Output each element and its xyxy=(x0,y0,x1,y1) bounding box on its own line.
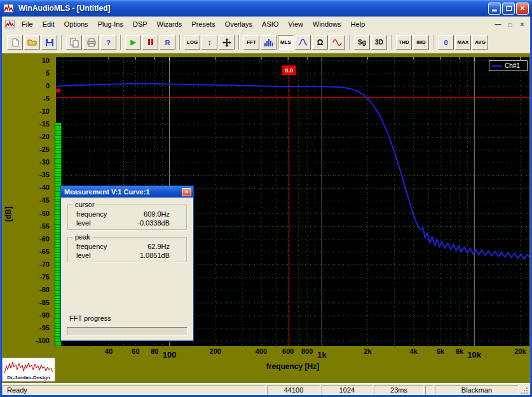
y-tick-label: -75 xyxy=(39,273,50,281)
x-tick-label: 1k xyxy=(308,350,336,360)
three-d-label: 3D xyxy=(375,39,383,46)
toolbar-separator xyxy=(179,35,181,50)
printer-icon xyxy=(86,37,97,48)
x-tick-label: 200 xyxy=(201,347,229,355)
max-button[interactable]: MAX xyxy=(455,35,471,50)
menu-bar: File Edit Options Plug-Ins DSP Wizards P… xyxy=(2,17,530,32)
play-button[interactable]: ▶ xyxy=(125,35,141,50)
thd-button[interactable]: THD xyxy=(396,35,412,50)
cursor-frequency-value: 609.0Hz xyxy=(144,210,170,218)
menu-item-edit[interactable]: Edit xyxy=(38,18,59,30)
mdi-restore-button[interactable]: □ xyxy=(505,20,515,29)
move-cross-icon xyxy=(222,37,232,48)
spectrogram-button[interactable]: Sg xyxy=(354,35,370,50)
dialog-title-bar[interactable]: Measurement V:1 Curve:1 × xyxy=(61,186,193,198)
close-icon: × xyxy=(520,4,524,13)
zero-label: 0 xyxy=(444,39,447,46)
new-button[interactable] xyxy=(7,35,23,50)
mdi-close-button[interactable]: × xyxy=(517,20,528,29)
menu-item-help[interactable]: Help xyxy=(346,18,370,30)
menu-item-view[interactable]: View xyxy=(283,18,308,30)
window-controls: × xyxy=(488,3,529,15)
measurement-dialog[interactable]: Measurement V:1 Curve:1 × cursor frequen… xyxy=(60,185,194,341)
x-tick-label: 40 xyxy=(95,347,123,355)
x-tick-label: 2k xyxy=(354,347,382,355)
window-title: WinAudioMLS - [Untitled] xyxy=(18,4,485,13)
y-tick-label: 0 xyxy=(46,82,50,90)
y-tick-label: -10 xyxy=(39,107,50,115)
pan-button[interactable] xyxy=(219,35,235,50)
x-tick-label: 10k xyxy=(460,350,488,360)
y-tick-label: -80 xyxy=(39,286,50,293)
menu-item-plugins[interactable]: Plug-Ins xyxy=(93,18,128,30)
cursor-level-row: level -0.0338dB xyxy=(68,219,186,227)
menu-item-overlays[interactable]: Overlays xyxy=(221,18,257,30)
svg-text:0.0: 0.0 xyxy=(285,67,294,74)
y-tick-label: -5 xyxy=(43,95,50,102)
dialog-close-button[interactable]: × xyxy=(182,188,191,196)
status-fft-size: 1024 xyxy=(322,385,372,395)
vertical-scale-button[interactable]: ↕ xyxy=(201,35,217,50)
copy-icon xyxy=(69,37,79,48)
mls-button[interactable]: MLS xyxy=(278,35,294,50)
menu-item-wizards[interactable]: Wizards xyxy=(153,18,187,30)
cursor-level-value: -0.0338dB xyxy=(137,219,170,227)
menu-item-asio[interactable]: ASIO xyxy=(257,18,283,30)
menu-item-presets[interactable]: Presets xyxy=(187,18,219,30)
weighting-curve-icon xyxy=(298,37,308,47)
fft-progress-bar xyxy=(67,327,188,335)
y-tick-label: -50 xyxy=(39,210,50,217)
status-latency: 23ms xyxy=(374,385,424,395)
y-tick-label: -20 xyxy=(39,133,50,140)
print-button[interactable] xyxy=(83,35,99,50)
maximize-button[interactable] xyxy=(502,3,515,15)
avg-button[interactable]: AVG xyxy=(472,35,488,50)
y-tick-label: -30 xyxy=(39,158,50,166)
record-label: R xyxy=(165,39,170,46)
close-button[interactable]: × xyxy=(516,3,529,15)
y-tick-label: -25 xyxy=(39,145,50,153)
record-button[interactable]: R xyxy=(160,35,175,50)
y-tick-label: -45 xyxy=(39,196,50,204)
imd-button[interactable]: IMD xyxy=(413,35,429,50)
minimize-icon xyxy=(492,6,497,11)
spectrum-button[interactable] xyxy=(261,35,276,50)
minimize-button[interactable] xyxy=(488,3,501,15)
zero-button[interactable]: 0 xyxy=(438,35,454,50)
y-tick-label: -90 xyxy=(39,311,50,319)
play-icon: ▶ xyxy=(130,38,135,46)
mdi-minimize-button[interactable]: — xyxy=(493,20,503,29)
series-color-line xyxy=(492,65,502,67)
menu-item-dsp[interactable]: DSP xyxy=(128,18,152,30)
peak-level-value: 1.0851dB xyxy=(140,252,170,259)
cursor-frequency-label: frequency xyxy=(76,210,107,218)
status-spacer xyxy=(425,385,433,395)
pause-button[interactable] xyxy=(142,35,158,50)
max-label: MAX xyxy=(458,39,469,45)
resize-grip[interactable] xyxy=(520,385,529,395)
fft-label: FFT xyxy=(247,39,256,45)
signal-curve-button[interactable] xyxy=(329,35,345,50)
weighting-button[interactable] xyxy=(295,35,311,50)
y-tick-label: -65 xyxy=(39,248,50,255)
fft-button[interactable]: FFT xyxy=(243,35,259,50)
omega-icon: Ω xyxy=(317,38,324,47)
new-document-icon xyxy=(10,37,20,48)
window-border-left xyxy=(0,17,2,397)
menu-item-file[interactable]: File xyxy=(17,18,38,30)
copy-button[interactable] xyxy=(66,35,82,50)
three-d-button[interactable]: 3D xyxy=(371,35,387,50)
save-button[interactable] xyxy=(41,35,57,50)
impedance-button[interactable]: Ω xyxy=(312,35,328,50)
mls-label: MLS xyxy=(280,39,291,45)
y-tick-label: -35 xyxy=(39,171,50,178)
help-button[interactable]: ? xyxy=(100,35,116,50)
legend-label: Ch#1 xyxy=(505,62,520,69)
menu-item-options[interactable]: Options xyxy=(60,18,93,30)
sg-label: Sg xyxy=(358,39,366,46)
menu-item-windows[interactable]: Windows xyxy=(308,18,346,30)
title-bar[interactable]: WinAudioMLS - [Untitled] × xyxy=(0,0,532,17)
open-button[interactable] xyxy=(24,35,40,50)
pause-icon xyxy=(147,39,154,46)
log-scale-button[interactable]: LOG xyxy=(184,35,200,50)
